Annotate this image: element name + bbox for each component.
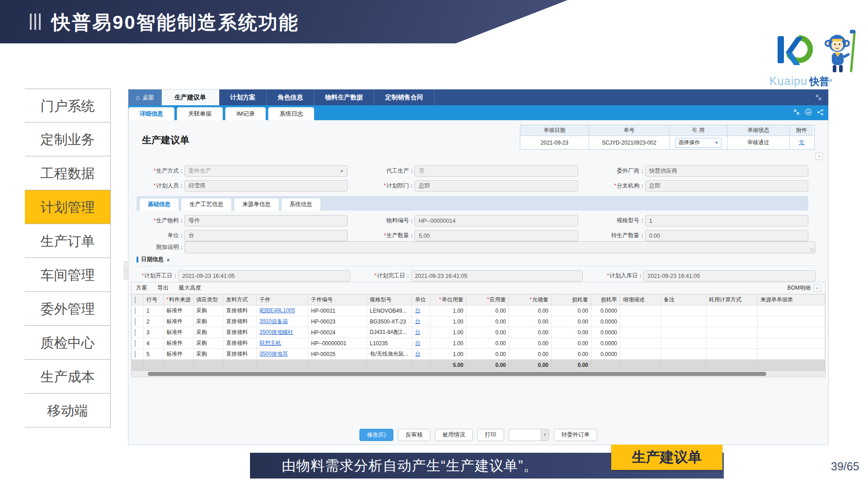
sidebar-item[interactable]: 委外管理 xyxy=(25,292,110,326)
sub-tab[interactable]: 关联单据 xyxy=(177,107,223,120)
footer-button[interactable]: 被用情况 xyxy=(435,429,473,441)
table-row[interactable]: 3标准件采购直接领料3500接地螺柱HP-00024DJ431-8A配2...台… xyxy=(132,327,825,338)
toolbar-maxheight-button[interactable]: 最大高度 xyxy=(179,284,201,292)
scrollbar-thumb[interactable] xyxy=(148,372,766,376)
table-row[interactable]: 2标准件采购直接领料3910设备箱HP-00023BG3500-XT-23台1.… xyxy=(132,316,825,327)
cell-unit[interactable]: 台 xyxy=(412,327,430,338)
text-field[interactable]: 总部 xyxy=(645,180,808,192)
cell-part[interactable]: 3910设备箱 xyxy=(257,316,308,327)
checkbox[interactable] xyxy=(135,340,136,347)
note-field[interactable] xyxy=(184,241,816,253)
toolbar-plan-button[interactable]: 方案 xyxy=(136,284,147,292)
cell-part[interactable]: 联想主机 xyxy=(257,338,308,349)
cell-unit[interactable]: 台 xyxy=(412,338,430,349)
sidebar-item[interactable]: 生产成本 xyxy=(25,360,110,394)
checkbox[interactable] xyxy=(135,351,136,358)
table-row[interactable]: 1标准件采购直接领料昭阳E49L1005HP-00021LENOVOB49...… xyxy=(132,305,825,316)
sidebar-item[interactable]: 工程数据 xyxy=(25,156,110,190)
column-header[interactable]: *应用量 xyxy=(467,295,509,305)
cell-part[interactable]: 3500接地螺柱 xyxy=(257,327,308,338)
column-header[interactable]: 子件 xyxy=(257,295,308,305)
column-header[interactable]: 发料方式 xyxy=(223,295,257,305)
column-header[interactable]: 规格型号 xyxy=(367,295,412,305)
date-section-header[interactable]: 日期信息 ∧ xyxy=(137,256,816,266)
main-tab[interactable]: 生产建议单 xyxy=(162,89,219,105)
text-field[interactable]: 快普供应商 xyxy=(645,165,808,177)
footer-button[interactable]: 修改(E) xyxy=(359,429,394,441)
column-header[interactable]: 供应类型 xyxy=(193,295,223,305)
sub-tab[interactable]: 详细信息 xyxy=(128,107,175,120)
footer-button[interactable]: 转委外订单 xyxy=(554,429,598,441)
sub-tab[interactable]: 系统日志 xyxy=(268,107,314,120)
sidebar-item[interactable]: 车间管理 xyxy=(25,258,110,292)
collapse-window-icon[interactable] xyxy=(815,94,822,101)
horizontal-scrollbar[interactable] xyxy=(132,371,825,377)
footer-button[interactable]: 打印 xyxy=(477,429,504,441)
checkbox[interactable] xyxy=(135,318,136,325)
text-field[interactable]: 2021-09-23 16:41:05 xyxy=(411,270,583,282)
column-header[interactable]: 细项描述 xyxy=(620,295,661,305)
cell-unit[interactable]: 台 xyxy=(412,305,430,316)
text-field[interactable]: HP--00000014 xyxy=(415,215,578,226)
share-icon[interactable] xyxy=(817,109,824,116)
main-tab[interactable]: 计划方案 xyxy=(219,89,267,105)
text-field[interactable]: 2021-09-23 16:41:05 xyxy=(178,270,350,282)
cell-part[interactable]: 3500接地耳 xyxy=(257,349,308,360)
column-header[interactable]: *允领量 xyxy=(509,295,552,305)
sidebar-item[interactable]: 生产订单 xyxy=(25,224,110,258)
text-field[interactable]: 5.00 xyxy=(415,230,578,241)
sub-tab[interactable]: IM记录 xyxy=(225,107,266,120)
column-header[interactable]: *单位用量 xyxy=(430,295,467,305)
main-tab[interactable]: 物料生产数据 xyxy=(314,89,374,105)
column-header[interactable]: 来源单单据类 xyxy=(758,295,825,305)
im-chat-icon[interactable]: IM xyxy=(805,108,812,116)
chevron-up-icon[interactable]: ∧ xyxy=(166,257,170,262)
sidebar-item[interactable]: 定制业务 xyxy=(25,122,110,156)
checkbox[interactable] xyxy=(135,296,136,304)
text-field[interactable]: 邱雪琪 xyxy=(184,180,348,192)
text-field[interactable]: 2021-09-23 16:41:05 xyxy=(643,270,816,282)
sidebar-item[interactable]: 计划管理 xyxy=(25,190,110,224)
main-tab[interactable]: 定制销售合同 xyxy=(374,89,434,105)
footer-dropdown[interactable]: ▼ xyxy=(509,429,549,441)
toolbar-export-button[interactable]: 导出 xyxy=(157,284,169,292)
checkbox[interactable] xyxy=(135,307,136,314)
text-field[interactable]: 母件 xyxy=(184,215,348,226)
cell-unit[interactable]: 台 xyxy=(412,316,430,327)
column-header[interactable]: 单位 xyxy=(412,295,430,305)
sidebar-item[interactable]: 质检中心 xyxy=(25,326,110,360)
column-header[interactable]: 损耗量 xyxy=(552,295,591,305)
table-row[interactable]: 5标准件采购直接领料3500接地耳HP-00025包/无线激光鼠...台1.00… xyxy=(132,349,825,360)
table-row[interactable]: 4标准件采购直接领料联想主机HP--00000001L10235台1.000.0… xyxy=(132,338,825,349)
checkbox[interactable] xyxy=(135,329,136,336)
main-tab[interactable]: 角色信息 xyxy=(267,89,314,105)
detail-tab[interactable]: 生产工艺信息 xyxy=(181,198,232,211)
detail-tab[interactable]: 来源单信息 xyxy=(234,198,279,211)
sidebar-item[interactable]: 移动端 xyxy=(25,394,110,427)
column-header[interactable]: 子件编号 xyxy=(308,295,367,305)
text-field[interactable]: 否 xyxy=(415,165,578,177)
column-header[interactable]: *料件来源 xyxy=(164,295,193,305)
attachment-link[interactable]: 无 xyxy=(799,139,804,146)
collapse-panel-icon[interactable] xyxy=(793,109,800,115)
panel-collapse-handle[interactable]: ‹ xyxy=(124,261,128,280)
column-header[interactable]: 行号 xyxy=(144,295,164,305)
text-field[interactable]: 总部 xyxy=(415,180,578,192)
detail-tab[interactable]: 系统信息 xyxy=(281,198,321,211)
column-header[interactable]: 耗用计算方式 xyxy=(706,295,758,305)
column-header[interactable]: 损耗率 xyxy=(591,295,620,305)
detail-tab[interactable]: 基础信息 xyxy=(139,198,179,211)
sidebar-item[interactable]: 门户系统 xyxy=(25,89,110,122)
collapse-grid-icon[interactable]: « xyxy=(813,285,821,292)
cell-part[interactable]: 昭阳E49L1005 xyxy=(257,305,308,316)
main-tab[interactable]: ⌂桌面 xyxy=(128,89,162,105)
column-header[interactable]: 备注 xyxy=(661,295,706,305)
select-field[interactable]: 委外生产▼ xyxy=(184,165,348,177)
text-field[interactable]: 1 xyxy=(645,215,808,226)
reference-select[interactable]: 选择操作▼ xyxy=(675,138,722,148)
cell-unit[interactable]: 台 xyxy=(412,349,430,360)
text-field[interactable]: 台 xyxy=(184,230,348,241)
collapse-header-icon[interactable]: « xyxy=(816,153,823,160)
text-field[interactable]: 0.00 xyxy=(645,230,808,241)
footer-button[interactable]: 反审核 xyxy=(398,429,430,441)
